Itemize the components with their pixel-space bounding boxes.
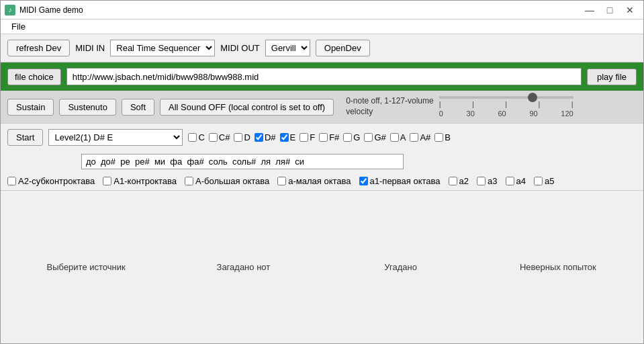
minimize-button[interactable]: — (580, 3, 599, 17)
octave-a1first-checkbox[interactable] (359, 177, 368, 185)
octave-a5-checkbox[interactable] (534, 177, 543, 185)
volume-section: 0-note off, 1-127-volume velocity (346, 96, 434, 118)
octave-a2: а2 (449, 176, 469, 186)
tick-60: | (505, 100, 507, 108)
octave-a1: А1-контроктава (103, 176, 177, 186)
stat-errors: Неверных попыток (479, 262, 637, 272)
note-a-checkbox[interactable] (390, 133, 399, 142)
note-f-checkbox[interactable] (300, 133, 308, 142)
stat-source: Выберите источник (7, 262, 165, 272)
octave-a1-checkbox[interactable] (103, 177, 111, 185)
note-csharp: C# (209, 132, 230, 142)
main-window: ♪ MIDI Game demo — □ ✕ File refresh Dev … (0, 0, 644, 344)
note-c-checkbox[interactable] (188, 133, 197, 142)
octave-abig-checkbox[interactable] (185, 177, 193, 185)
octave-asmall: а-малая октава (277, 176, 351, 186)
play-file-button[interactable]: play file (587, 69, 637, 85)
midi-in-select[interactable]: Real Time Sequencer (110, 40, 215, 56)
octave-asmall-checkbox[interactable] (277, 177, 286, 185)
note-f: F (300, 132, 315, 142)
note-checkboxes: C C# D D# E F (188, 132, 451, 142)
start-button[interactable]: Start (7, 129, 43, 146)
note-fsharp-checkbox[interactable] (319, 133, 328, 142)
title-left: ♪ MIDI Game demo (5, 5, 83, 15)
slider-tick-labels: 0 30 60 90 120 (439, 110, 573, 118)
octave-a5: а5 (534, 176, 554, 186)
note-e-checkbox[interactable] (280, 133, 289, 142)
file-choice-button[interactable]: file choice (7, 69, 61, 85)
note-dsharp: D# (255, 132, 276, 142)
maximize-button[interactable]: □ (600, 3, 619, 17)
note-g-checkbox[interactable] (343, 133, 352, 142)
octave-a2sub: А2-субконтроктава (7, 176, 95, 186)
open-dev-button[interactable]: OpenDev (316, 40, 370, 56)
sustain-button[interactable]: Sustain (7, 99, 54, 116)
note-b-checkbox[interactable] (434, 133, 443, 142)
octave-row: А2-субконтроктава А1-контроктава А-больш… (1, 172, 643, 190)
solfege-row (1, 151, 643, 172)
note-csharp-checkbox[interactable] (209, 133, 218, 142)
octave-a2-checkbox[interactable] (449, 177, 457, 185)
note-asharp: A# (410, 132, 430, 142)
octave-a3-checkbox[interactable] (477, 177, 486, 185)
soft-button[interactable]: Soft (122, 99, 154, 116)
octave-a2sub-checkbox[interactable] (7, 177, 16, 185)
level-select[interactable]: Level2(1) D# E (48, 129, 183, 146)
slider-ticks: | | | | | (439, 100, 573, 108)
tick-30: | (472, 100, 474, 108)
volume-label: 0-note off, 1-127-volume (346, 96, 434, 105)
menu-file[interactable]: File (6, 20, 31, 33)
stat-notes: Загадано нот (165, 262, 322, 272)
note-gsharp-checkbox[interactable] (364, 133, 373, 142)
url-input[interactable] (66, 68, 582, 85)
stat-guessed: Угадано (322, 262, 479, 272)
tick-label-30: 30 (467, 110, 475, 118)
octave-abig: А-большая октава (185, 176, 269, 186)
octave-a4-checkbox[interactable] (506, 177, 514, 185)
tick-label-60: 60 (498, 110, 506, 118)
velocity-label: velocity (346, 107, 434, 116)
note-d: D (234, 132, 250, 142)
tick-label-0: 0 (439, 110, 443, 118)
file-bar: file choice play file (1, 62, 643, 91)
note-g: G (343, 132, 360, 142)
tick-label-120: 120 (561, 110, 573, 118)
note-e: E (280, 132, 296, 142)
note-b: B (434, 132, 451, 142)
all-sound-button[interactable]: All Sound OFF (local control is set to o… (160, 99, 334, 116)
note-gsharp: G# (364, 132, 385, 142)
window-controls: — □ ✕ (580, 3, 639, 17)
tick-90: | (539, 100, 541, 108)
notes-bar: Start Level2(1) D# E C C# D D# (1, 123, 643, 151)
close-button[interactable]: ✕ (620, 3, 639, 17)
note-c: C (188, 132, 204, 142)
note-asharp-checkbox[interactable] (410, 133, 418, 142)
controls-bar: Sustain Sustenuto Soft All Sound OFF (lo… (1, 91, 643, 123)
note-a: A (390, 132, 406, 142)
midi-in-label: MIDI IN (75, 43, 105, 53)
octave-a4: а4 (506, 176, 526, 186)
midi-out-label: MIDI OUT (220, 43, 260, 53)
app-icon: ♪ (5, 5, 15, 15)
refresh-dev-button[interactable]: refresh Dev (7, 40, 70, 56)
tick-120: | (571, 100, 573, 108)
tick-label-90: 90 (529, 110, 537, 118)
note-dsharp-checkbox[interactable] (255, 133, 263, 142)
midi-out-select[interactable]: Gervill (265, 40, 310, 56)
title-bar: ♪ MIDI Game demo — □ ✕ (1, 1, 643, 19)
octave-a1first: а1-первая октава (359, 176, 441, 186)
sustenuto-button[interactable]: Sustenuto (59, 99, 116, 116)
note-d-checkbox[interactable] (234, 133, 242, 142)
menu-bar: File (1, 19, 643, 34)
tick-0: | (439, 100, 441, 108)
window-title: MIDI Game demo (19, 5, 83, 15)
volume-slider[interactable] (439, 96, 573, 99)
stats-row: Выберите источник Загадано нот Угадано Н… (1, 190, 643, 343)
slider-container: | | | | | 0 30 60 90 120 (439, 96, 573, 118)
note-fsharp: F# (319, 132, 339, 142)
solfege-input[interactable] (81, 154, 404, 169)
toolbar: refresh Dev MIDI IN Real Time Sequencer … (1, 34, 643, 62)
octave-a3: а3 (477, 176, 497, 186)
